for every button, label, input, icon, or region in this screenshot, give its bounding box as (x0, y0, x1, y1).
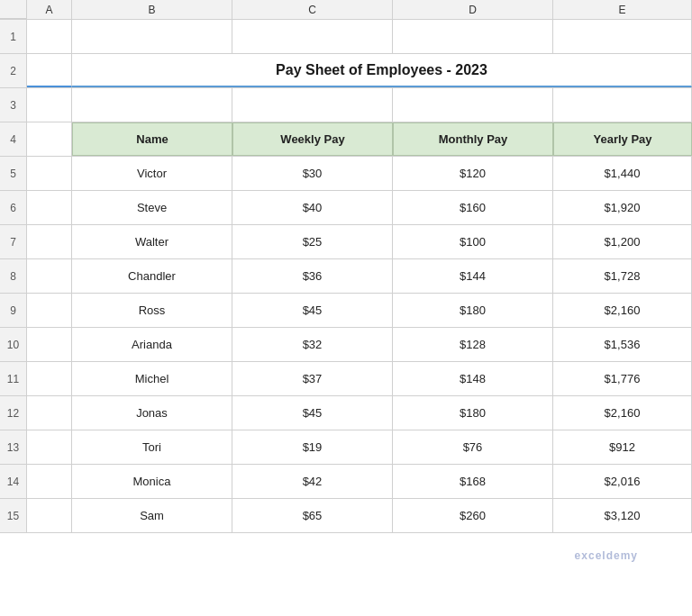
cell-c15[interactable]: $65 (232, 499, 393, 532)
row-4: 4 Name Weekly Pay Monthly Pay Yearly Pay (0, 122, 692, 157)
cell-e5[interactable]: $1,440 (553, 157, 692, 190)
cell-c1[interactable] (232, 20, 393, 53)
cell-e3[interactable] (553, 88, 692, 122)
cell-d6[interactable]: $160 (393, 191, 553, 224)
rows-container: 1 2 Pay Sheet of Employees - 2023 3 (0, 20, 692, 533)
cell-e10[interactable]: $1,536 (553, 328, 692, 361)
cell-d8[interactable]: $144 (393, 259, 553, 293)
row-3: 3 (0, 88, 692, 122)
col-header-c[interactable]: C (232, 0, 393, 19)
cell-a2[interactable] (27, 54, 72, 87)
cell-e14[interactable]: $2,016 (553, 465, 692, 498)
row-2: 2 Pay Sheet of Employees - 2023 (0, 54, 692, 88)
cell-e1[interactable] (553, 20, 692, 53)
column-headers: A B C D E (0, 0, 692, 20)
col-header-d[interactable]: D (393, 0, 553, 19)
cell-a3[interactable] (27, 88, 72, 122)
cell-c7[interactable]: $25 (232, 225, 393, 258)
cell-b10[interactable]: Arianda (72, 328, 232, 361)
corner-cell (0, 0, 27, 19)
row-14: 14 Monica $42 $168 $2,016 (0, 465, 692, 499)
row-11: 11 Michel $37 $148 $1,776 (0, 362, 692, 396)
cell-c3[interactable] (232, 88, 393, 122)
col-header-e[interactable]: E (553, 0, 692, 19)
cell-d1[interactable] (393, 20, 553, 53)
cell-c13[interactable]: $19 (232, 430, 393, 464)
cell-b3[interactable] (72, 88, 232, 122)
watermark: exceldemy (575, 549, 638, 562)
cell-e4[interactable]: Yearly Pay (553, 122, 692, 156)
cell-e9[interactable]: $2,160 (553, 294, 692, 327)
col-header-a[interactable]: A (27, 0, 72, 19)
cell-b14[interactable]: Monica (72, 465, 232, 498)
cell-b8[interactable]: Chandler (72, 259, 232, 293)
cell-a13[interactable] (27, 430, 72, 464)
cell-b6[interactable]: Steve (72, 191, 232, 224)
cell-c8[interactable]: $36 (232, 259, 393, 293)
cell-c5[interactable]: $30 (232, 157, 393, 190)
cell-e15[interactable]: $3,120 (553, 499, 692, 532)
col-header-b[interactable]: B (72, 0, 232, 19)
cell-a10[interactable] (27, 328, 72, 361)
row-13: 13 Tori $19 $76 $912 (0, 430, 692, 465)
row-1: 1 (0, 20, 692, 54)
title-cell[interactable]: Pay Sheet of Employees - 2023 (72, 54, 692, 87)
cell-c10[interactable]: $32 (232, 328, 393, 361)
cell-b13[interactable]: Tori (72, 430, 232, 464)
cell-a11[interactable] (27, 362, 72, 395)
cell-a1[interactable] (27, 20, 72, 53)
cell-a4[interactable] (27, 122, 72, 156)
cell-d15[interactable]: $260 (393, 499, 553, 532)
cell-d9[interactable]: $180 (393, 294, 553, 327)
cell-d4[interactable]: Monthly Pay (393, 122, 553, 156)
row-10: 10 Arianda $32 $128 $1,536 (0, 328, 692, 362)
cell-e8[interactable]: $1,728 (553, 259, 692, 293)
cell-d5[interactable]: $120 (393, 157, 553, 190)
cell-d3[interactable] (393, 88, 553, 122)
data-rows: 5 Victor $30 $120 $1,440 6 Steve $40 (0, 157, 692, 533)
cell-e7[interactable]: $1,200 (553, 225, 692, 258)
cell-d12[interactable]: $180 (393, 396, 553, 430)
cell-c14[interactable]: $42 (232, 465, 393, 498)
cell-b15[interactable]: Sam (72, 499, 232, 532)
cell-a15[interactable] (27, 499, 72, 532)
cell-e11[interactable]: $1,776 (553, 362, 692, 395)
cell-a7[interactable] (27, 225, 72, 258)
cell-b4[interactable]: Name (72, 122, 232, 156)
cell-b1[interactable] (72, 20, 232, 53)
cell-c9[interactable]: $45 (232, 294, 393, 327)
cell-a12[interactable] (27, 396, 72, 430)
spreadsheet: A B C D E 1 2 Pay Sheet o (0, 0, 692, 616)
row-5: 5 Victor $30 $120 $1,440 (0, 157, 692, 191)
row-9: 9 Ross $45 $180 $2,160 (0, 294, 692, 328)
cell-c11[interactable]: $37 (232, 362, 393, 395)
cell-b11[interactable]: Michel (72, 362, 232, 395)
cell-a5[interactable] (27, 157, 72, 190)
cell-d7[interactable]: $100 (393, 225, 553, 258)
cell-e12[interactable]: $2,160 (553, 396, 692, 430)
cell-a8[interactable] (27, 259, 72, 293)
cell-c4[interactable]: Weekly Pay (232, 122, 393, 156)
cell-b9[interactable]: Ross (72, 294, 232, 327)
cell-d13[interactable]: $76 (393, 430, 553, 464)
cell-c6[interactable]: $40 (232, 191, 393, 224)
cell-d10[interactable]: $128 (393, 328, 553, 361)
cell-b12[interactable]: Jonas (72, 396, 232, 430)
cell-d14[interactable]: $168 (393, 465, 553, 498)
row-12: 12 Jonas $45 $180 $2,160 (0, 396, 692, 430)
row-6: 6 Steve $40 $160 $1,920 (0, 191, 692, 225)
cell-a6[interactable] (27, 191, 72, 224)
cell-a14[interactable] (27, 465, 72, 498)
row-15: 15 Sam $65 $260 $3,120 (0, 499, 692, 533)
row-7: 7 Walter $25 $100 $1,200 (0, 225, 692, 259)
cell-b7[interactable]: Walter (72, 225, 232, 258)
cell-e6[interactable]: $1,920 (553, 191, 692, 224)
cell-c12[interactable]: $45 (232, 396, 393, 430)
cell-b5[interactable]: Victor (72, 157, 232, 190)
cell-a9[interactable] (27, 294, 72, 327)
cell-d11[interactable]: $148 (393, 362, 553, 395)
row-8: 8 Chandler $36 $144 $1,728 (0, 259, 692, 294)
cell-e13[interactable]: $912 (553, 430, 692, 464)
